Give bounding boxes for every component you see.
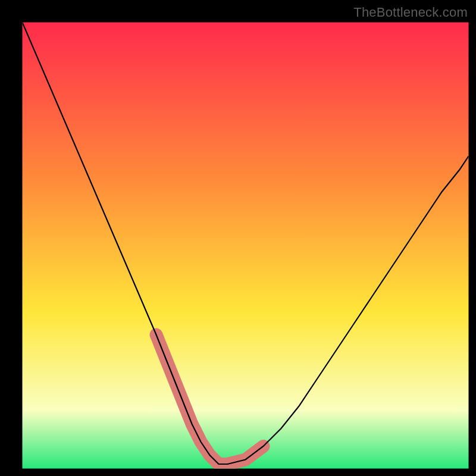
plot-background: [23, 23, 469, 469]
watermark-text: TheBottleneck.com: [353, 5, 468, 20]
bottleneck-chart: [0, 0, 476, 476]
chart-frame: TheBottleneck.com: [0, 0, 476, 476]
